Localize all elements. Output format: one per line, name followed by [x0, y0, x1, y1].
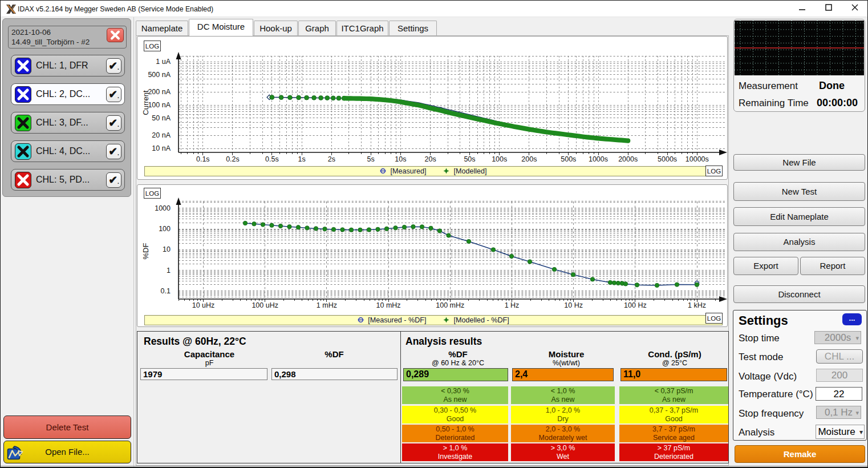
- svg-text:500 nA: 500 nA: [148, 71, 171, 79]
- svg-text:0.2s: 0.2s: [226, 155, 240, 163]
- svg-text:10000s: 10000s: [686, 155, 709, 163]
- svg-text:2s: 2s: [328, 155, 335, 163]
- svg-text:100s: 100s: [492, 155, 507, 163]
- svg-text:100 Hz: 100 Hz: [624, 301, 647, 309]
- svg-text:10: 10: [163, 245, 171, 253]
- svg-text:0.1: 0.1: [161, 287, 171, 295]
- svg-text:Current: Current: [141, 90, 150, 115]
- svg-text:10 uHz: 10 uHz: [192, 301, 215, 309]
- svg-text:1 mHz: 1 mHz: [317, 301, 337, 309]
- svg-text:1 uA: 1 uA: [156, 58, 171, 66]
- svg-text:2000s: 2000s: [618, 155, 638, 163]
- svg-text:50s: 50s: [464, 155, 475, 163]
- svg-text:1 kHz: 1 kHz: [688, 301, 706, 309]
- svg-text:100: 100: [159, 225, 171, 233]
- svg-text:0.1s: 0.1s: [196, 155, 210, 163]
- svg-text:10 mHz: 10 mHz: [376, 301, 401, 309]
- svg-text:50 nA: 50 nA: [152, 114, 171, 122]
- svg-text:200 nA: 200 nA: [148, 88, 171, 96]
- svg-text:100 nA: 100 nA: [148, 101, 171, 109]
- svg-text:1000s: 1000s: [589, 155, 608, 163]
- svg-text:1s: 1s: [298, 155, 305, 163]
- svg-text:10 nA: 10 nA: [152, 144, 171, 152]
- svg-text:%DF: %DF: [141, 243, 150, 259]
- svg-text:5000s: 5000s: [658, 155, 677, 163]
- svg-text:200s: 200s: [521, 155, 537, 163]
- svg-text:0.5s: 0.5s: [265, 155, 279, 163]
- svg-text:500s: 500s: [561, 155, 576, 163]
- svg-text:1000: 1000: [155, 204, 171, 212]
- svg-text:10 Hz: 10 Hz: [564, 301, 583, 309]
- svg-text:1: 1: [167, 267, 171, 275]
- svg-text:100 uHz: 100 uHz: [252, 301, 278, 309]
- svg-text:20 nA: 20 nA: [152, 131, 171, 139]
- svg-text:5s: 5s: [367, 155, 375, 163]
- svg-text:10s: 10s: [395, 155, 406, 163]
- svg-text:20s: 20s: [425, 155, 436, 163]
- svg-text:1 Hz: 1 Hz: [505, 301, 520, 309]
- svg-text:100 mHz: 100 mHz: [436, 301, 464, 309]
